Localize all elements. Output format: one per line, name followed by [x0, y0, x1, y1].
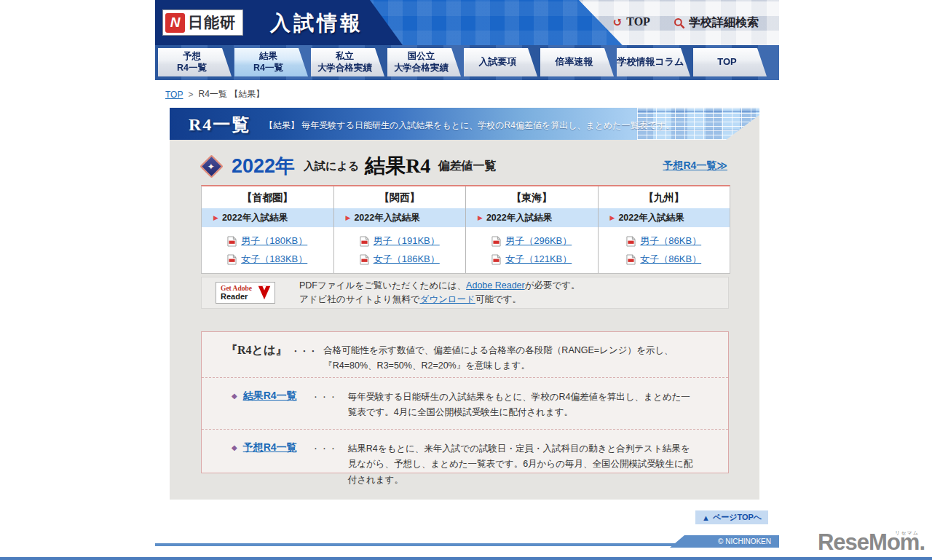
get-adobe-reader-badge[interactable]: Get Adobe Reader [216, 282, 275, 304]
site-title: 入試情報 [270, 9, 363, 37]
pdf-icon [626, 254, 636, 265]
logo-n-icon: N [165, 13, 185, 33]
nav-tab-shiritsu-goukaku[interactable]: 私立大学合格実績 [311, 48, 384, 76]
red-arrow-icon: ▶ [213, 215, 218, 221]
page-title: R4一覧 [189, 113, 250, 136]
nav-tab-bairitsu-sokuhou[interactable]: 倍率速報 [540, 48, 614, 76]
page-title-description: 【結果】 毎年受験する日能研生の入試結果をもとに、学校のR4偏差値を算出し、まと… [264, 119, 674, 132]
section-label-3: 偏差値一覧 [438, 159, 496, 174]
result-row-label: ▶ 2022年入試結果 [466, 208, 598, 227]
yosou-r4-list-link[interactable]: 予想R4一覧≫ [663, 159, 727, 173]
page-title-band: R4一覧 【結果】 毎年受験する日能研生の入試結果をもとに、学校のR4偏差値を算… [170, 108, 759, 140]
pdf-link-joshi[interactable]: 女子（183KB） [227, 253, 307, 266]
adobe-swoosh-icon [256, 285, 272, 301]
dots-separator: ・・・ [312, 443, 338, 454]
result-row-label: ▶ 2022年入試結果 [334, 208, 466, 227]
result-row-label: ▶ 2022年入試結果 [202, 208, 333, 227]
pdf-icon [227, 236, 237, 247]
kekka-r4-row: ◆ 結果R4一覧 ・・・ 毎年受験する日能研生の入試結果をもとに、学校のR4偏差… [202, 377, 728, 429]
diamond-bullet-icon: ◆ [232, 443, 237, 451]
nichinoken-logo[interactable]: N 日能研 [162, 9, 243, 36]
breadcrumb: TOP > R4一覧 【結果】 [165, 88, 264, 100]
nav-tab-top[interactable]: TOP [693, 48, 767, 76]
logo-brand-text: 日能研 [188, 12, 236, 33]
pdf-icon [491, 254, 501, 265]
result-row-label: ▶ 2022年入試結果 [599, 208, 730, 227]
pdf-icon [360, 254, 369, 265]
school-search-link[interactable]: 学校詳細検索 [674, 15, 759, 31]
pdf-link-joshi[interactable]: 女子（86KB） [626, 253, 701, 266]
pdf-link-joshi[interactable]: 女子（121KB） [491, 253, 572, 266]
up-arrow-icon: ▲ [702, 513, 710, 522]
nav-tab-kekka-r4[interactable]: 結果R4一覧 [234, 48, 308, 76]
yosou-r4-row: ◆ 予想R4一覧 ・・・ 結果R4をもとに、来年入試での試験日・定員・入試科目の… [202, 429, 728, 474]
region-column-kansai: 【関西】 ▶ 2022年入試結果 男子（191KB） 女子（186KB） [333, 186, 466, 273]
section-heading: ✦ 2022年 入試による 結果R4 偏差値一覧 予想R4一覧≫ [170, 150, 759, 182]
results-table: 【首都圏】 ▶ 2022年入試結果 男子（180KB） 女子（183KB） [201, 185, 730, 274]
pdf-icon [626, 236, 636, 247]
resemom-kana-label: リセマム [895, 529, 919, 537]
page-top-label: ページTOPへ [713, 512, 762, 523]
site-header: N 日能研 入試情報 ↺ TOP 学校詳細検索 [155, 0, 779, 45]
resemom-logo: リセマム ReseMom. [818, 529, 925, 556]
page-top-button[interactable]: ▲ ページTOPへ [695, 510, 768, 524]
breadcrumb-separator: > [188, 90, 193, 100]
page: N 日能研 入試情報 ↺ TOP 学校詳細検索 予想R4一覧 結果R4一覧 私立… [0, 0, 932, 560]
header-top-link[interactable]: ↺ TOP [612, 15, 650, 28]
nav-tab-gakkou-column[interactable]: 学校情報コラム [617, 48, 690, 76]
pdf-link-joshi[interactable]: 女子（186KB） [360, 253, 440, 266]
region-column-kyushu: 【九州】 ▶ 2022年入試結果 男子（86KB） 女子（86KB） [598, 186, 730, 273]
badge-line2: Reader [221, 292, 252, 301]
red-arrow-icon: ▶ [346, 215, 351, 221]
kekka-r4-list-link[interactable]: 結果R4一覧 [243, 390, 307, 403]
pdf-link-danshi[interactable]: 男子（191KB） [360, 234, 440, 248]
section-year: 2022年 [232, 153, 295, 179]
region-header: 【九州】 [599, 186, 730, 208]
region-header: 【首都圏】 [202, 186, 333, 208]
main-nav: 予想R4一覧 結果R4一覧 私立大学合格実績 国公立大学合格実績 入試要項 倍率… [155, 45, 779, 80]
breadcrumb-current: R4一覧 【結果】 [198, 88, 264, 100]
pdf-icon [227, 254, 237, 265]
pdf-link-danshi[interactable]: 男子（296KB） [491, 234, 572, 248]
pdf-link-danshi[interactable]: 男子（180KB） [227, 234, 307, 248]
nav-tab-kokkouritsu-goukaku[interactable]: 国公立大学合格実績 [387, 48, 461, 76]
search-icon [674, 17, 685, 29]
nav-tab-yosou-r4[interactable]: 予想R4一覧 [158, 48, 232, 76]
pdf-link-danshi[interactable]: 男子（86KB） [626, 234, 701, 248]
region-header: 【東海】 [466, 186, 598, 208]
yosou-r4-description: 結果R4をもとに、来年入試での試験日・定員・入試科目の動きと合判テスト結果を見な… [348, 441, 695, 488]
kekka-r4-description: 毎年受験する日能研生の入試結果をもとに、学校のR4偏差値を算出し、まとめた一覧表… [348, 390, 695, 421]
red-arrow-icon: ▶ [478, 215, 483, 221]
content-panel: R4一覧 【結果】 毎年受験する日能研生の入試結果をもとに、学校のR4偏差値を算… [170, 108, 759, 500]
section-label-1: 入試による [304, 159, 359, 173]
red-arrow-icon: ▶ [610, 215, 615, 221]
r4-definition-text: 合格可能性を示す数値で、偏差値による合格率の各段階（RANGE=レンジ）を示し、… [323, 343, 714, 374]
yosou-r4-list-link-2[interactable]: 予想R4一覧 [243, 441, 307, 454]
pdf-icon [360, 236, 369, 247]
breadcrumb-top-link[interactable]: TOP [165, 90, 183, 100]
r4-info-box: 『R4とは』 ・・・ 合格可能性を示す数値で、偏差値による合格率の各段階（RAN… [201, 331, 729, 473]
pdf-icon [491, 236, 501, 247]
adobe-reader-note: Get Adobe Reader PDFファイルをご覧いただくためには、Adob… [201, 277, 729, 309]
badge-line1: Get Adobe [221, 285, 252, 292]
section-label-2: 結果R4 [365, 152, 430, 180]
copyright-text: © NICHINOKEN [718, 537, 771, 545]
dots-separator: ・・・ [291, 346, 317, 357]
nav-tab-nyushi-youkou[interactable]: 入試要項 [464, 48, 537, 76]
footer: © NICHINOKEN [155, 535, 779, 548]
adobe-reader-link[interactable]: Adobe Reader [466, 280, 525, 291]
copyright-block: © NICHINOKEN [670, 535, 779, 548]
region-header: 【関西】 [334, 186, 466, 208]
reload-icon: ↺ [612, 16, 623, 28]
dots-separator: ・・・ [312, 392, 338, 403]
header-top-label: TOP [626, 15, 650, 28]
region-column-tokai: 【東海】 ▶ 2022年入試結果 男子（296KB） 女子（121KB） [465, 186, 598, 273]
region-column-shutoken: 【首都圏】 ▶ 2022年入試結果 男子（180KB） 女子（183KB） [202, 186, 333, 273]
download-link[interactable]: ダウンロード [419, 294, 475, 304]
r4-definition-row: 『R4とは』 ・・・ 合格可能性を示す数値で、偏差値による合格率の各段階（RAN… [202, 332, 728, 377]
school-search-label: 学校詳細検索 [689, 15, 759, 31]
adobe-note-line2: アドビ社のサイトより無料でダウンロード可能です。 [299, 293, 580, 307]
diamond-bullet-icon: ◆ [232, 392, 237, 400]
r4-definition-title: 『R4とは』 [226, 343, 287, 358]
bottom-border [0, 557, 932, 560]
